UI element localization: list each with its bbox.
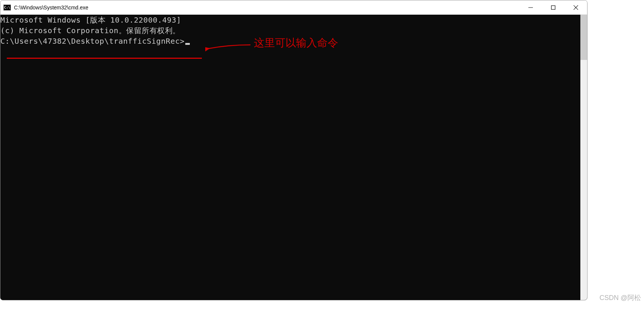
maximize-button[interactable] (542, 0, 565, 14)
window-controls (519, 0, 587, 14)
window-title: C:\Windows\System32\cmd.exe (14, 5, 89, 11)
minimize-button[interactable] (519, 0, 542, 14)
terminal-output[interactable]: Microsoft Windows [版本 10.0.22000.493](c)… (0, 15, 580, 300)
watermark: CSDN @阿松 (600, 293, 641, 302)
terminal-prompt-line[interactable]: C:\Users\47382\Desktop\tranfficSignRec> (0, 36, 580, 46)
titlebar[interactable]: C:\ C:\Windows\System32\cmd.exe (0, 0, 587, 15)
maximize-icon (551, 5, 555, 10)
terminal-area: Microsoft Windows [版本 10.0.22000.493](c)… (0, 15, 587, 300)
close-button[interactable] (565, 0, 587, 14)
scrollbar-thumb[interactable] (580, 15, 587, 60)
terminal-line-copyright: (c) Microsoft Corporation。保留所有权利。 (0, 25, 580, 36)
cmd-icon: C:\ (3, 5, 11, 11)
cmd-window: C:\ C:\Windows\System32\cmd.exe Microsof… (0, 0, 588, 300)
scrollbar-track[interactable] (580, 15, 587, 300)
svg-rect-1 (551, 6, 555, 9)
minimize-icon (528, 5, 533, 10)
terminal-prompt: C:\Users\47382\Desktop\tranfficSignRec> (0, 37, 185, 46)
terminal-cursor (185, 43, 190, 45)
terminal-line-version: Microsoft Windows [版本 10.0.22000.493] (0, 15, 580, 25)
close-icon (574, 5, 578, 10)
